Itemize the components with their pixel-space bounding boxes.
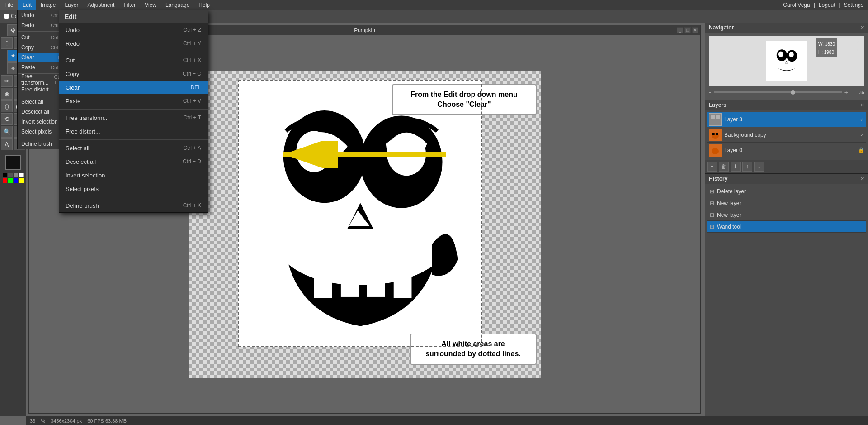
em2-undo[interactable]: Undo Ctrl + Z [59, 23, 208, 37]
em2-define-brush-label: Define brush [66, 202, 99, 209]
tool-eraser[interactable]: ◈ [1, 88, 13, 100]
window-title: Pumpkin [354, 27, 375, 33]
layer-row-3[interactable]: Layer 3 ✓ [707, 112, 866, 127]
layer-row-0[interactable]: Layer 0 🔒 [707, 143, 866, 158]
nav-xy: X: Y: [857, 38, 861, 54]
history-content: ⊟ Delete layer ⊟ New layer ⊟ New layer ⊟… [705, 184, 868, 416]
history-item-0[interactable]: ⊟ Delete layer [707, 186, 866, 197]
zoom-in-icon[interactable]: + [844, 89, 848, 96]
em2-select-pixels[interactable]: Select pixels [59, 182, 208, 196]
maximize-button[interactable]: □ [684, 27, 691, 33]
svg-rect-6 [314, 272, 332, 298]
svg-point-16 [789, 52, 794, 57]
layer-eye-bg-copy[interactable]: ✓ [860, 132, 864, 138]
menu-language[interactable]: Language [161, 0, 194, 10]
tool-rotate[interactable]: ⟲ [1, 113, 13, 125]
callout-bottom-text1: All white areas are [418, 339, 528, 349]
em2-free-transform[interactable]: Free transform... Ctrl + T [59, 111, 208, 124]
zoom-thumb[interactable] [791, 90, 795, 95]
contiguous-checkbox[interactable] [4, 14, 9, 19]
history-item-1[interactable]: ⊟ New layer [707, 197, 866, 209]
layers-close[interactable]: ✕ [860, 102, 864, 108]
em2-invert-selection[interactable]: Invert selection [59, 168, 208, 182]
layers-title: Layers [709, 102, 860, 108]
em2-cut[interactable]: Cut Ctrl + X [59, 53, 208, 67]
svg-rect-7 [340, 268, 359, 296]
em2-header-label: Edit [65, 13, 76, 20]
history-item-3[interactable]: ⊟ Wand tool [707, 221, 866, 233]
em1-clear-label: Clear [21, 54, 34, 61]
em2-define-brush[interactable]: Define brush Ctrl + K [59, 199, 208, 212]
menu-image[interactable]: Image [36, 0, 60, 10]
layer-up-button[interactable]: ↑ [742, 162, 752, 172]
em2-paste[interactable]: Paste Ctrl + V [59, 94, 208, 108]
em1-define-brush-label: Define brush [21, 141, 52, 147]
em2-redo-shortcut: Ctrl + Y [183, 40, 201, 47]
menu-edit[interactable]: Edit [18, 0, 36, 10]
canvas-inner: From the Edit drop down menu Choose "Cle… [189, 71, 541, 378]
layers-content: Layer 3 ✓ Background copy ✓ [705, 110, 868, 160]
minimize-button[interactable]: _ [677, 27, 683, 33]
navigator-close[interactable]: ✕ [860, 25, 864, 31]
new-layer-button[interactable]: + [707, 162, 717, 172]
em2-clear-label: Clear [66, 84, 80, 91]
status-dimensions: 3456x2304 px [51, 418, 82, 424]
history-header[interactable]: History ✕ [705, 174, 868, 184]
close-button[interactable]: ✕ [692, 27, 698, 33]
em2-free-distort[interactable]: Free distort... [59, 124, 208, 138]
nav-preview-svg [773, 45, 800, 77]
layer-eye-3[interactable]: ✓ [860, 116, 864, 123]
zoom-out-icon[interactable]: - [709, 89, 711, 96]
em2-clear[interactable]: Clear DEL [59, 81, 208, 94]
history-label-3: Wand tool [717, 224, 741, 230]
nav-zoom-row: - + 36 [709, 89, 864, 96]
em2-redo[interactable]: Redo Ctrl + Y [59, 37, 208, 50]
tool-blur[interactable]: ⬯ [1, 100, 13, 112]
history-close[interactable]: ✕ [860, 176, 864, 182]
merge-layer-button[interactable]: ⬇ [731, 162, 741, 172]
tool-zoom[interactable]: 🔍 [1, 126, 13, 138]
svg-rect-20 [711, 115, 715, 119]
layer-thumb-bg-copy [709, 129, 722, 141]
layer-name-0: Layer 0 [724, 147, 855, 153]
callout-top: From the Edit drop down menu Choose "Cle… [392, 84, 537, 115]
layer-thumb-svg-bg [710, 129, 721, 140]
history-item-2[interactable]: ⊟ New layer [707, 209, 866, 221]
menu-view[interactable]: View [140, 0, 161, 10]
menu-help[interactable]: Help [194, 0, 214, 10]
username: Carol Vega [783, 2, 810, 8]
zoom-slider[interactable] [714, 91, 842, 93]
tool-pencil[interactable]: ✏ [1, 75, 13, 87]
menu-file[interactable]: File [0, 0, 18, 10]
layers-header[interactable]: Layers ✕ [705, 100, 868, 110]
tool-text[interactable]: A [1, 138, 13, 150]
logout-link[interactable]: Logout [819, 2, 835, 8]
navigator-content: W: 1830 H: 1980 X: Y: - + 36 [705, 33, 868, 100]
em2-copy-label: Copy [66, 71, 79, 77]
em2-deselect-all[interactable]: Deselect all Ctrl + D [59, 155, 208, 168]
tool-marquee[interactable]: ⬚ [1, 37, 13, 49]
em2-free-transform-shortcut: Ctrl + T [184, 115, 201, 121]
delete-layer-button[interactable]: 🗑 [719, 162, 729, 172]
em2-invert-selection-label: Invert selection [66, 172, 105, 179]
history-section: History ✕ ⊟ Delete layer ⊟ New layer ⊟ N… [705, 174, 868, 416]
em2-undo-shortcut: Ctrl + Z [183, 27, 201, 33]
user-info: Carol Vega | Logout | Settings [783, 2, 868, 8]
navigator-header[interactable]: Navigator ✕ [705, 23, 868, 33]
em1-deselect-all-label: Deselect all [21, 109, 49, 115]
em2-select-all[interactable]: Select all Ctrl + A [59, 141, 208, 155]
menu-layer[interactable]: Layer [60, 0, 83, 10]
settings-link[interactable]: Settings [844, 2, 863, 8]
em1-paste-label: Paste [21, 64, 35, 71]
menu-adjustment[interactable]: Adjustment [83, 0, 119, 10]
layers-actions: + 🗑 ⬇ ↑ ↓ [705, 160, 868, 173]
menu-filter[interactable]: Filter [119, 0, 140, 10]
layer-row-bg-copy[interactable]: Background copy ✓ [707, 127, 866, 143]
color-swatch[interactable] [5, 155, 21, 170]
nav-preview: W: 1830 H: 1980 X: Y: [709, 36, 864, 86]
svg-point-24 [712, 133, 715, 135]
layer-down-button[interactable]: ↓ [754, 162, 764, 172]
em2-copy[interactable]: Copy Ctrl + C [59, 67, 208, 81]
layer-lock-0[interactable]: 🔒 [858, 147, 864, 153]
em2-clear-shortcut: DEL [191, 84, 201, 91]
